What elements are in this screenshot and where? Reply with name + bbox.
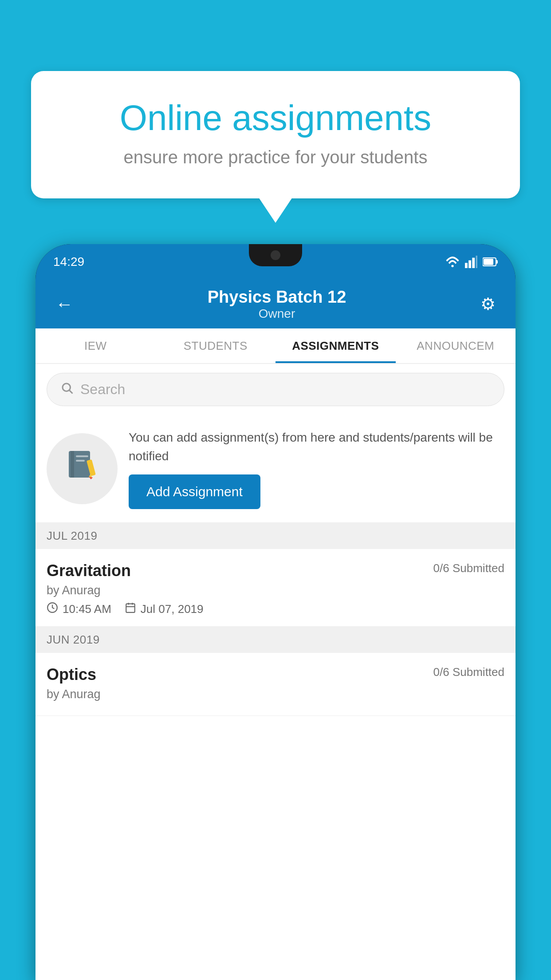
tab-students[interactable]: STUDENTS xyxy=(156,328,276,363)
assignment-item-optics-top: Optics 0/6 Submitted xyxy=(47,665,504,684)
app-header: ← Physics Batch 12 Owner ⚙ xyxy=(35,280,516,328)
tab-assignments[interactable]: ASSIGNMENTS xyxy=(276,328,396,363)
svg-rect-18 xyxy=(126,604,135,612)
back-button[interactable]: ← xyxy=(51,290,78,319)
speech-bubble-subtitle: ensure more practice for your students xyxy=(62,147,489,167)
status-bar: 14:29 xyxy=(35,244,516,280)
meta-date: Jul 07, 2019 xyxy=(125,602,204,616)
svg-line-9 xyxy=(70,390,73,393)
svg-rect-13 xyxy=(76,460,85,462)
section-label-jun: JUN 2019 xyxy=(35,627,516,653)
assignment-by: by Anurag xyxy=(47,584,504,597)
header-title: Physics Batch 12 xyxy=(208,288,346,307)
svg-rect-4 xyxy=(476,256,478,268)
phone-content: Search xyxy=(35,364,516,980)
speech-bubble-title: Online assignments xyxy=(62,98,489,138)
section-label-jul: JUL 2019 xyxy=(35,523,516,549)
assignment-item-optics[interactable]: Optics 0/6 Submitted by Anurag xyxy=(35,653,516,716)
search-bar-container: Search xyxy=(35,364,516,415)
meta-time: 10:45 AM xyxy=(47,602,111,616)
tabs-bar: IEW STUDENTS ASSIGNMENTS ANNOUNCEM xyxy=(35,328,516,364)
camera-dot xyxy=(271,250,280,260)
assignment-item-gravitation[interactable]: Gravitation 0/6 Submitted by Anurag 10:4… xyxy=(35,549,516,627)
status-icons xyxy=(445,256,498,268)
speech-bubble: Online assignments ensure more practice … xyxy=(31,71,520,198)
status-time: 14:29 xyxy=(53,255,84,269)
svg-rect-7 xyxy=(484,259,493,265)
phone-frame: 14:29 xyxy=(35,244,516,980)
assignment-name-optics: Optics xyxy=(47,665,96,684)
svg-point-0 xyxy=(451,265,453,267)
assignment-notebook-icon xyxy=(64,447,100,490)
svg-rect-12 xyxy=(76,455,88,457)
search-bar[interactable]: Search xyxy=(47,373,504,406)
notch xyxy=(249,244,302,266)
header-subtitle: Owner xyxy=(208,307,346,321)
assignment-item-top: Gravitation 0/6 Submitted xyxy=(47,561,504,580)
assignment-meta: 10:45 AM Jul 07, 2019 xyxy=(47,602,504,616)
search-placeholder: Search xyxy=(80,381,125,398)
wifi-icon xyxy=(445,256,460,268)
svg-rect-6 xyxy=(496,260,498,264)
settings-icon[interactable]: ⚙ xyxy=(476,290,500,318)
svg-point-8 xyxy=(63,383,71,391)
add-assignment-section: You can add assignment(s) from here and … xyxy=(35,415,516,523)
clock-icon xyxy=(47,602,58,616)
assignment-icon-circle xyxy=(47,433,118,504)
meta-date-value: Jul 07, 2019 xyxy=(141,602,204,616)
add-assignment-info: You can add assignment(s) from here and … xyxy=(129,428,504,509)
header-center: Physics Batch 12 Owner xyxy=(208,288,346,321)
meta-time-value: 10:45 AM xyxy=(63,602,111,616)
search-icon xyxy=(60,381,74,398)
assignment-submitted-optics: 0/6 Submitted xyxy=(433,665,504,679)
svg-rect-2 xyxy=(468,261,471,269)
speech-bubble-container: Online assignments ensure more practice … xyxy=(31,71,520,198)
svg-rect-3 xyxy=(472,258,475,268)
svg-rect-1 xyxy=(465,263,468,268)
assignment-name: Gravitation xyxy=(47,561,131,580)
svg-rect-11 xyxy=(71,451,74,478)
tab-iew[interactable]: IEW xyxy=(35,328,156,363)
add-assignment-button[interactable]: Add Assignment xyxy=(129,474,260,509)
battery-icon xyxy=(483,257,498,267)
add-assignment-description: You can add assignment(s) from here and … xyxy=(129,428,504,466)
assignment-submitted: 0/6 Submitted xyxy=(433,561,504,575)
signal-icon xyxy=(465,256,477,268)
tab-announcements[interactable]: ANNOUNCEM xyxy=(396,328,516,363)
calendar-icon xyxy=(125,602,136,616)
assignment-by-optics: by Anurag xyxy=(47,688,504,701)
